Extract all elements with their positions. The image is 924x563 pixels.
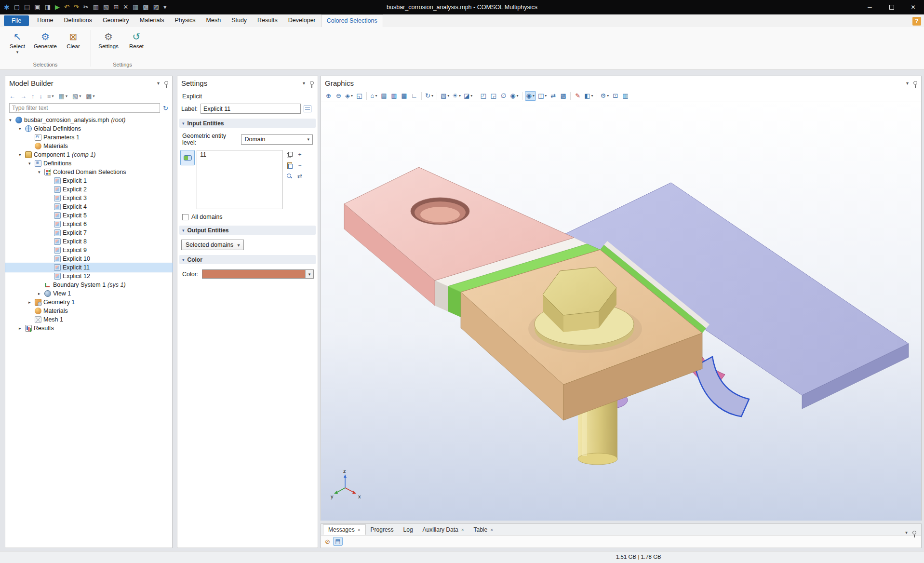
visualization-options-icon[interactable]: [440, 91, 450, 101]
tree-item-root[interactable]: busbar_corrosion_analysis.mph (root): [5, 116, 172, 124]
pin-icon[interactable]: [310, 81, 314, 85]
tab-geometry[interactable]: Geometry: [97, 14, 134, 27]
model-tree-options-icon[interactable]: [72, 93, 81, 100]
close-button[interactable]: [902, 0, 924, 14]
tree-item-explicit-11[interactable]: Explicit 11: [5, 263, 172, 272]
run-icon[interactable]: [55, 0, 60, 14]
tree-item-explicit-9[interactable]: Explicit 9: [5, 246, 172, 255]
pin-icon[interactable]: [913, 81, 917, 85]
grid-view-icon[interactable]: [143, 0, 148, 14]
generate-button[interactable]: Generate: [33, 29, 58, 61]
clear-messages-icon[interactable]: [325, 538, 330, 545]
add-to-selection-button[interactable]: [295, 150, 305, 160]
rotate-view-icon[interactable]: [424, 91, 434, 101]
cut-icon[interactable]: [83, 0, 89, 14]
hide-selected-icon[interactable]: [499, 91, 508, 101]
tree-item-explicit-4[interactable]: Explicit 4: [5, 202, 172, 211]
node-group-icon[interactable]: [59, 93, 67, 100]
paste-selection-button[interactable]: [284, 161, 294, 170]
scene-settings-icon[interactable]: [600, 91, 610, 101]
tab-physics[interactable]: Physics: [169, 14, 201, 27]
tree-item-global-definitions[interactable]: Global Definitions: [5, 124, 172, 133]
show-selections-icon[interactable]: [509, 91, 519, 101]
save-icon[interactable]: [34, 0, 40, 14]
copy-icon[interactable]: [93, 0, 99, 14]
panel-menu-caret-icon[interactable]: ▾: [303, 80, 305, 86]
move-down-icon[interactable]: [40, 93, 43, 100]
back-icon[interactable]: [9, 93, 15, 100]
tree-item-mesh-1[interactable]: Mesh 1: [5, 315, 172, 324]
environment-icon[interactable]: [463, 91, 473, 101]
collapse-section-icon[interactable]: ▾: [182, 228, 185, 233]
tree-item-view-1[interactable]: View 1: [5, 289, 172, 298]
clear-button[interactable]: Clear: [61, 29, 86, 61]
tree-item-explicit-3[interactable]: Explicit 3: [5, 194, 172, 202]
maximize-button[interactable]: [881, 0, 902, 14]
geometric-entity-level-select[interactable]: Domain ▾: [241, 134, 313, 145]
expand-toggle-icon[interactable]: [38, 170, 44, 174]
tree-item-component-1[interactable]: Component 1 (comp 1): [5, 150, 172, 159]
tree-item-explicit-5[interactable]: Explicit 5: [5, 211, 172, 220]
expand-toggle-icon[interactable]: [38, 291, 44, 296]
preview-icon[interactable]: [45, 0, 51, 14]
tree-item-explicit-7[interactable]: Explicit 7: [5, 228, 172, 237]
pin-icon[interactable]: [912, 531, 916, 535]
tab-auxiliary-data[interactable]: Auxiliary Data ×: [418, 524, 469, 535]
create-selection-button[interactable]: [295, 171, 305, 181]
tab-materials[interactable]: Materials: [134, 14, 170, 27]
open-file-icon[interactable]: [24, 0, 30, 14]
zoom-out-icon[interactable]: [334, 91, 343, 101]
tree-item-parameters[interactable]: Parameters 1: [5, 133, 172, 142]
tree-item-definitions[interactable]: Definitions: [5, 159, 172, 168]
forward-icon[interactable]: [20, 93, 27, 100]
select-box-icon[interactable]: [479, 91, 488, 101]
collapse-section-icon[interactable]: ▾: [182, 121, 185, 126]
tree-item-materials-global[interactable]: Materials: [5, 142, 172, 150]
tree-item-explicit-12[interactable]: Explicit 12: [5, 272, 172, 281]
expand-toggle-icon[interactable]: [19, 326, 25, 331]
go-to-default-view-icon[interactable]: [369, 91, 378, 101]
graphics-canvas[interactable]: z y x: [321, 102, 921, 521]
panel-menu-caret-icon[interactable]: ▾: [157, 80, 160, 86]
delete-icon[interactable]: [123, 0, 128, 14]
plot-grid-icon[interactable]: [559, 91, 568, 101]
selection-mode-button[interactable]: [525, 91, 536, 101]
settings-button[interactable]: Settings: [96, 29, 121, 61]
tree-item-colored-domain-selections[interactable]: Colored Domain Selections: [5, 168, 172, 176]
show-menu-icon[interactable]: [47, 93, 54, 100]
marker-icon[interactable]: [573, 91, 582, 101]
tree-item-explicit-1[interactable]: Explicit 1: [5, 176, 172, 185]
close-icon[interactable]: ×: [358, 525, 361, 535]
panel-menu-caret-icon[interactable]: ▾: [906, 80, 909, 86]
customize-toolbar-caret-icon[interactable]: [163, 0, 167, 14]
move-up-icon[interactable]: [31, 93, 35, 100]
close-icon[interactable]: ×: [490, 525, 493, 535]
remove-from-selection-button[interactable]: [295, 161, 305, 170]
help-button[interactable]: ?: [912, 17, 921, 26]
zoom-extents-icon[interactable]: [344, 91, 354, 101]
tab-home[interactable]: Home: [32, 14, 58, 27]
tree-item-explicit-6[interactable]: Explicit 6: [5, 220, 172, 228]
section-color[interactable]: ▾ Color: [179, 255, 316, 264]
go-to-xy-view-icon[interactable]: [379, 91, 388, 101]
expand-toggle-icon[interactable]: [9, 118, 15, 122]
undo-icon[interactable]: [64, 0, 69, 14]
tree-item-materials-component[interactable]: Materials: [5, 307, 172, 315]
tab-table[interactable]: Table ×: [469, 524, 498, 535]
expand-toggle-icon[interactable]: [19, 152, 25, 157]
window-layout-icon[interactable]: [153, 0, 159, 14]
tab-colored-selections[interactable]: Colored Selections: [321, 14, 383, 27]
tab-messages[interactable]: Messages ×: [323, 524, 366, 535]
color-picker-dropdown[interactable]: ▾: [202, 269, 314, 279]
copy-selection-button[interactable]: [284, 150, 294, 160]
minimize-button[interactable]: ─: [859, 0, 881, 14]
section-input-entities[interactable]: ▾ Input Entities: [179, 119, 316, 128]
tree-item-geometry-1[interactable]: Geometry 1: [5, 298, 172, 307]
tab-log[interactable]: Log: [399, 524, 418, 535]
tab-progress[interactable]: Progress: [366, 524, 399, 535]
expand-toggle-icon[interactable]: [28, 161, 35, 166]
expand-toggle-icon[interactable]: [19, 126, 25, 131]
tree-item-boundary-system[interactable]: Boundary System 1 (sys 1): [5, 281, 172, 289]
zoom-in-icon[interactable]: [324, 91, 333, 101]
tab-mesh[interactable]: Mesh: [201, 14, 227, 27]
